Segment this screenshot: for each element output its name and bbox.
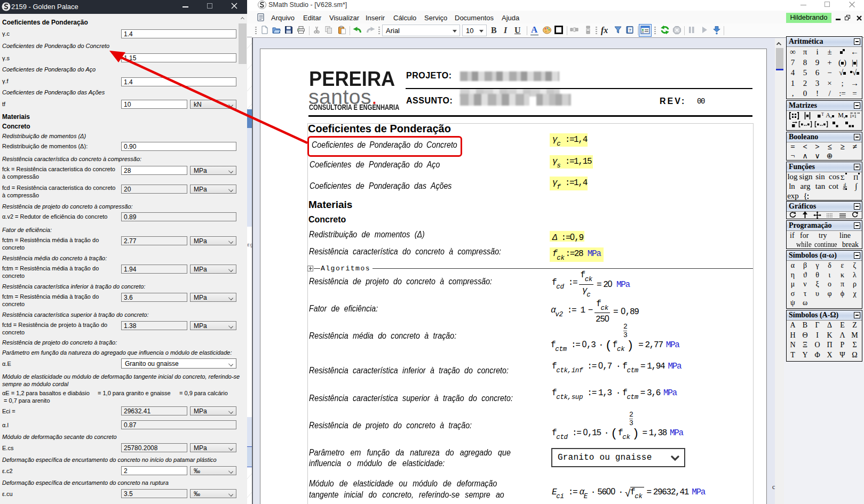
svg-text:Σ: Σ	[841, 173, 845, 181]
svg-text:T: T	[821, 112, 824, 117]
svg-text:Π: Π	[853, 173, 858, 181]
svg-text:i×i: i×i	[850, 113, 856, 119]
svg-text:?: ?	[629, 28, 631, 33]
